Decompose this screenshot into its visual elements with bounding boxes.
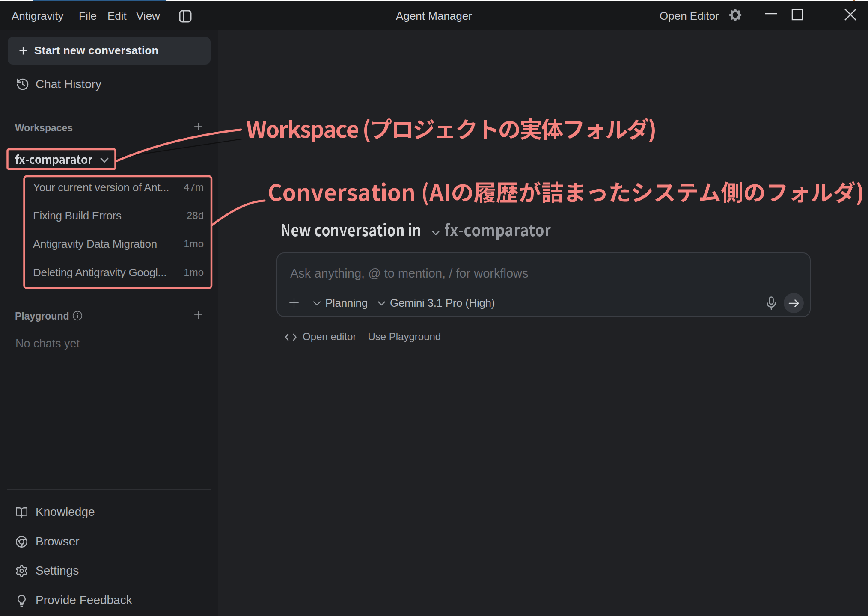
close-button[interactable]: [842, 7, 859, 23]
workspace-item-fx-comparator[interactable]: [15, 151, 110, 168]
workspaces-header: Workspaces: [15, 122, 73, 134]
start-new-conversation-label: Start new conversation: [34, 44, 158, 57]
attach-plus-icon[interactable]: [288, 297, 300, 309]
microphone-icon[interactable]: [764, 296, 779, 311]
chat-history-label: Chat History: [36, 77, 101, 91]
sidebar-item-settings[interactable]: Settings: [0, 561, 218, 580]
chat-history-button[interactable]: Chat History: [8, 74, 211, 95]
model-select-gemini[interactable]: Gemini 3.1 Pro (High): [377, 293, 495, 313]
chevron-down-icon: [312, 301, 321, 307]
conversation-time: 28d: [187, 210, 204, 222]
sidebar-divider: [7, 489, 211, 490]
conversation-time: 1mo: [184, 267, 204, 278]
gear-icon[interactable]: [729, 9, 742, 21]
lightbulb-icon: [15, 594, 28, 607]
use-playground-link[interactable]: Use Playground: [368, 331, 441, 343]
info-icon[interactable]: [72, 311, 83, 321]
mode-select-planning[interactable]: Planning: [312, 293, 368, 313]
settings-label: Settings: [36, 564, 79, 578]
model-label: Gemini 3.1 Pro (High): [390, 296, 495, 310]
open-editor-link[interactable]: Open editor: [303, 331, 356, 343]
sidebar-item-browser[interactable]: Browser: [0, 532, 218, 551]
add-playground-icon[interactable]: [193, 310, 203, 320]
plus-icon: [18, 46, 28, 56]
chevron-down-icon[interactable]: [431, 230, 440, 237]
prompt-input[interactable]: Ask anything, @ to mention, / for workfl…: [276, 252, 811, 317]
sidebar: Start new conversation Chat History Work…: [0, 30, 218, 616]
main-panel: Ask anything, @ to mention, / for workfl…: [219, 30, 868, 616]
conversation-time: 1mo: [184, 238, 204, 250]
conversation-title: Fixing Build Errors: [33, 209, 122, 222]
conversation-item[interactable]: Deleting Antigravity Googl... 1mo: [33, 264, 204, 281]
maximize-button[interactable]: [789, 7, 806, 23]
heading-workspace-name[interactable]: [444, 223, 551, 241]
conversation-title: Deleting Antigravity Googl...: [33, 266, 166, 279]
sidebar-item-knowledge[interactable]: Knowledge: [0, 502, 218, 522]
open-editor-button[interactable]: Open Editor: [660, 1, 719, 30]
knowledge-label: Knowledge: [36, 505, 95, 519]
prompt-toolbar: Planning Gemini 3.1 Pro (High): [277, 293, 810, 313]
minimize-button[interactable]: [763, 6, 779, 23]
mode-label: Planning: [325, 296, 368, 310]
browser-label: Browser: [36, 535, 80, 548]
prompt-placeholder: Ask anything, @ to mention, / for workfl…: [290, 267, 529, 281]
chevron-down-icon: [99, 157, 110, 164]
history-icon: [16, 77, 30, 91]
add-workspace-icon[interactable]: [193, 122, 203, 131]
editor-links-row: Open editor Use Playground: [285, 329, 441, 345]
sidebar-item-provide-feedback[interactable]: Provide Feedback: [0, 590, 218, 610]
conversation-title: Antigravity Data Migration: [33, 237, 157, 251]
provide-feedback-label: Provide Feedback: [36, 593, 132, 607]
new-conversation-heading: [280, 223, 551, 241]
gear-icon: [15, 564, 28, 578]
conversation-time: 47m: [184, 181, 204, 193]
conversation-item[interactable]: Your current version of Ant... 47m: [33, 179, 204, 196]
code-brackets-icon: [285, 333, 297, 341]
conversation-item[interactable]: Fixing Build Errors 28d: [33, 207, 204, 224]
conversation-title: Your current version of Ant...: [33, 181, 169, 194]
playground-header: Playground: [15, 311, 69, 322]
heading-text: [280, 223, 422, 241]
book-icon: [15, 506, 28, 519]
conversation-item[interactable]: Antigravity Data Migration 1mo: [33, 235, 204, 252]
chevron-down-icon: [377, 301, 386, 307]
arrow-right-icon: [787, 296, 801, 310]
browser-icon: [15, 535, 28, 548]
no-chats-label: No chats yet: [15, 337, 80, 350]
send-button[interactable]: [784, 293, 804, 313]
titlebar: Antigravity File Edit View Agent Manager…: [0, 1, 868, 30]
start-new-conversation-button[interactable]: Start new conversation: [8, 37, 211, 65]
workspace-name: [15, 151, 93, 168]
